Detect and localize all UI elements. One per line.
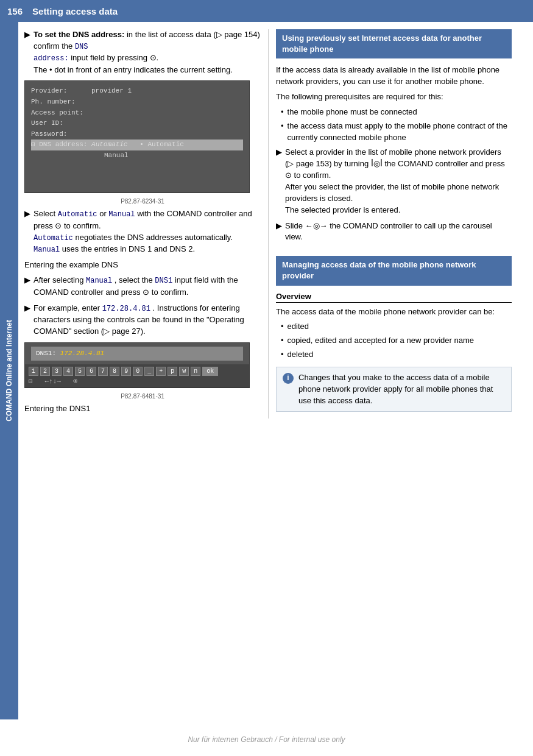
- info-text: Changes that you make to the access data…: [298, 372, 505, 407]
- kbd-plus[interactable]: +: [156, 367, 166, 376]
- left-column: ▶ To set the DNS address: in the list of…: [18, 29, 268, 419]
- screen2-caption: P82.87-6481-31: [24, 393, 261, 400]
- select-text2: or: [99, 209, 108, 218]
- bullet1-item1: • the mobile phone must be connected: [276, 107, 512, 118]
- dns-address-instruction: ▶ To set the DNS address: in the list of…: [24, 29, 261, 76]
- bullet1-item2: • the access data must apply to the mobi…: [276, 121, 512, 144]
- bullet2-text3: deleted: [288, 349, 512, 361]
- page-number: 156: [7, 6, 23, 16]
- select-auto-manual: ▶ Select Automatic or Manual with the CO…: [24, 208, 261, 255]
- right-para2: The following prerequisites are required…: [276, 91, 512, 103]
- kbd-2[interactable]: 2: [40, 367, 50, 376]
- select-dns1-field: ▶ After selecting Manual , select the DN…: [24, 275, 261, 298]
- spacer: [276, 247, 512, 256]
- bullet-dot-2: •: [281, 121, 284, 144]
- screen1-row3: Access point:: [31, 109, 83, 116]
- kbd-6[interactable]: 6: [86, 367, 96, 376]
- bullet2-item3: • deleted: [276, 349, 512, 361]
- sidebar-text: COMAND Online and Internet: [5, 320, 13, 422]
- kbd-8[interactable]: 8: [110, 367, 119, 376]
- ip-code: 172.28.4.81: [102, 305, 150, 313]
- select-text4: negotiates the DNS addresses automatical…: [75, 233, 232, 242]
- info-icon: i: [283, 373, 294, 384]
- dns1-code: DNS1: [155, 277, 172, 285]
- screen1-row1: Provider: provider 1: [31, 87, 132, 94]
- dns1-text1: After selecting: [34, 275, 86, 284]
- right-arrow2: ▶ Slide ←◎→ the COMAND controller to cal…: [276, 221, 512, 244]
- bullet1-text2: the access data must apply to the mobile…: [288, 121, 512, 144]
- dns-screen-1: Provider: provider 1 Ph. number: Access …: [24, 80, 250, 193]
- sidebar-label: COMAND Online and Internet: [0, 22, 18, 719]
- kbd-5[interactable]: 5: [75, 367, 85, 376]
- right-arrow1: ▶ Select a provider in the list of mobil…: [276, 147, 512, 216]
- kbd-0[interactable]: 0: [133, 367, 143, 376]
- section-box-2-title: Managing access data of the mobile phone…: [282, 260, 476, 280]
- screen1-row5: Password:: [31, 130, 67, 138]
- screen1-row7: Manual: [31, 150, 243, 161]
- right-column: Using previously set Internet access dat…: [268, 29, 518, 419]
- screen1-content: Provider: provider 1 Ph. number: Access …: [25, 81, 249, 166]
- page-header: 156 Setting access data: [0, 0, 533, 22]
- kbd-7[interactable]: 7: [98, 367, 108, 376]
- enter-ip-example: ▶ For example, enter 172.28.4.81 . Instr…: [24, 303, 261, 337]
- right-arrow2-text: Slide ←◎→ the COMAND controller to call …: [285, 221, 512, 244]
- select-auto-manual-text: Select Automatic or Manual with the COMA…: [34, 208, 261, 255]
- page-title: Setting access data: [32, 6, 118, 16]
- kbd-1[interactable]: 1: [29, 367, 38, 376]
- right-arrow-icon-1: ▶: [276, 147, 282, 216]
- info-box: i Changes that you make to the access da…: [276, 367, 512, 412]
- automatic-code: Automatic: [58, 210, 97, 219]
- dns-screen-top: DNS1: 172.28.4.81: [25, 343, 249, 365]
- kbd-nav: ⊟ ←↑↓→ ⌫: [29, 377, 77, 385]
- manual-code2: Manual: [34, 246, 60, 254]
- dns1-input-row: DNS1: 172.28.4.81: [31, 347, 243, 361]
- select-text1: Select: [34, 209, 58, 218]
- bullet1-text1: the mobile phone must be connected: [288, 107, 512, 118]
- bullet-dot-4: •: [281, 335, 284, 347]
- select-text5: uses the entries in DNS 1 and DNS 2.: [62, 244, 195, 253]
- bullet2-item1: • edited: [276, 321, 512, 333]
- entering-example-label: Entering the example DNS: [24, 260, 261, 271]
- section-box-1: Using previously set Internet access dat…: [276, 29, 512, 58]
- overview-heading: Overview: [276, 292, 512, 303]
- arrow-icon-3: ▶: [24, 275, 30, 298]
- right-para3: The access data of the mobile phone netw…: [276, 306, 512, 318]
- right-arrow1-text: Select a provider in the list of mobile …: [285, 147, 512, 216]
- section-box-1-title: Using previously set Internet access dat…: [282, 34, 482, 54]
- enter-ip-text: For example, enter 172.28.4.81 . Instruc…: [34, 303, 261, 337]
- kbd-p[interactable]: p: [168, 367, 177, 376]
- manual-code3: Manual: [86, 277, 112, 285]
- kbd-n[interactable]: n: [191, 367, 200, 376]
- kbd-row-2: ⊟ ←↑↓→ ⌫: [29, 377, 245, 385]
- right-arrow-icon-2: ▶: [276, 221, 282, 244]
- dns-keyboard-screen: DNS1: 172.28.4.81 1 2 3 4 5 6 7 8 9 0 _ …: [24, 342, 250, 389]
- bullet-dot-1: •: [281, 107, 284, 118]
- section-box-2: Managing access data of the mobile phone…: [276, 256, 512, 285]
- kbd-4[interactable]: 4: [63, 367, 73, 376]
- kbd-ok[interactable]: ok: [202, 367, 218, 376]
- bullet2-item2: • copied, edited and accepted for a new …: [276, 335, 512, 347]
- bullet2-text2: copied, edited and accepted for a new pr…: [288, 335, 512, 347]
- screen1-caption: P82.87-6234-31: [24, 198, 261, 205]
- screen1-row2: Ph. number:: [31, 98, 76, 105]
- automatic-code2: Automatic: [34, 234, 73, 242]
- screen1-row4: User ID:: [31, 119, 63, 127]
- kbd-9[interactable]: 9: [121, 367, 131, 376]
- kbd-3[interactable]: 3: [52, 367, 62, 376]
- bullet-dot-3: •: [281, 321, 284, 333]
- dns-address-text: To set the DNS address: in the list of a…: [34, 29, 261, 76]
- bullet-dot-5: •: [281, 349, 284, 361]
- arrow-icon-1: ▶: [24, 29, 30, 76]
- screen1-row6: ⊟ DNS address: Automatic • Automatic: [31, 140, 243, 150]
- right-para1: If the access data is already available …: [276, 65, 512, 88]
- dns1-text2: , select the: [115, 275, 155, 284]
- entering-dns1-label: Entering the DNS1: [24, 403, 261, 415]
- kbd-w[interactable]: w: [179, 367, 189, 376]
- bullet2-text1: edited: [288, 321, 512, 333]
- arrow-icon-2: ▶: [24, 208, 30, 255]
- watermark: Nur für internen Gebrauch / For internal…: [0, 735, 533, 744]
- dns-bold: To set the DNS address:: [34, 30, 124, 39]
- select-dns1-text: After selecting Manual , select the DNS1…: [34, 275, 261, 298]
- kbd-underscore[interactable]: _: [144, 367, 154, 376]
- kbd-row-1: 1 2 3 4 5 6 7 8 9 0 _ + p w n ok: [29, 367, 245, 376]
